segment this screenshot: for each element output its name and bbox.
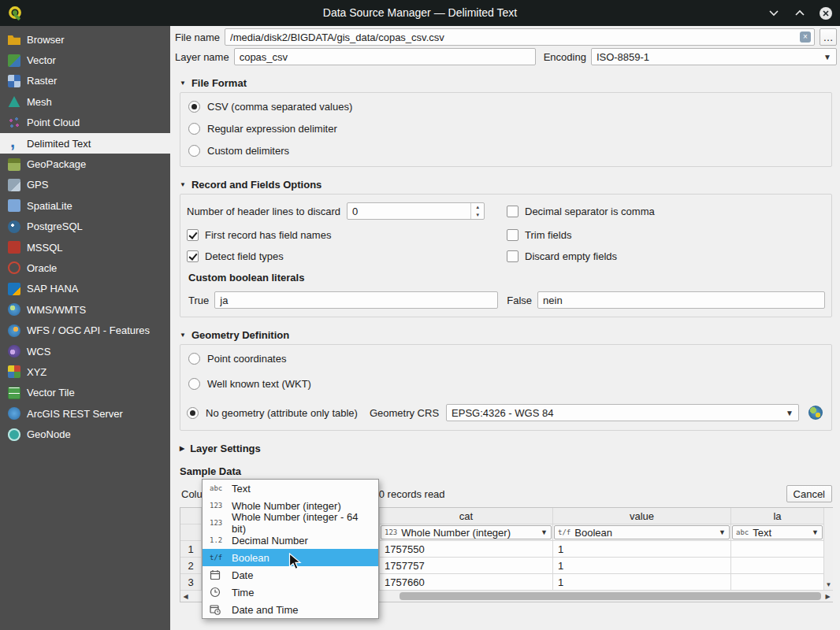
- sidebar-item-sap-hana[interactable]: SAP HANA: [0, 279, 170, 299]
- radio-regex-delimiter[interactable]: Regular expression delimiter: [188, 123, 825, 135]
- radio-csv[interactable]: CSV (comma separated values): [188, 101, 825, 113]
- sidebar-item-xyz[interactable]: XYZ: [0, 361, 170, 382]
- point-cloud-icon: [8, 117, 20, 129]
- checkbox-first-record[interactable]: First record has field names: [187, 229, 507, 241]
- sidebar-item-oracle[interactable]: Oracle: [0, 258, 170, 278]
- sidebar-item-vector-tile[interactable]: Vector Tile: [0, 383, 170, 403]
- datetime-icon: [210, 604, 227, 615]
- menu-item-boolean[interactable]: t/f Boolean: [203, 549, 378, 566]
- file-name-input[interactable]: [225, 28, 815, 46]
- section-layer-settings[interactable]: ▶ Layer Settings: [180, 443, 834, 454]
- sidebar-item-vector[interactable]: Vector: [0, 50, 170, 70]
- header-lines-input[interactable]: [347, 202, 485, 220]
- sidebar-item-browser[interactable]: Browser: [0, 29, 170, 50]
- record-fields-groupbox: Number of header lines to discard ▲▼ Dec…: [180, 194, 832, 317]
- section-file-format[interactable]: ▼ File Format: [180, 77, 834, 89]
- sidebar-item-mesh[interactable]: Mesh: [0, 91, 170, 112]
- type-select-cat[interactable]: 123 Whole Number (integer) ▼: [381, 525, 552, 539]
- cancel-button[interactable]: Cancel: [786, 485, 832, 502]
- column-header-cat[interactable]: cat: [380, 508, 553, 524]
- sidebar-item-spatialite[interactable]: SpatiaLite: [0, 195, 170, 216]
- sidebar-item-label: WCS: [27, 346, 50, 358]
- sidebar-item-postgresql[interactable]: PostgreSQL: [0, 217, 170, 237]
- sidebar-item-raster[interactable]: Raster: [0, 71, 170, 91]
- radio-icon: [188, 101, 200, 113]
- header-lines-spinbox[interactable]: ▲▼: [347, 202, 485, 220]
- column-header-la[interactable]: la: [731, 508, 824, 524]
- radio-label: Well known text (WKT): [207, 378, 311, 390]
- sidebar-item-geopackage[interactable]: GeoPackage: [0, 154, 170, 174]
- close-icon[interactable]: [818, 6, 834, 21]
- sidebar-item-wcs[interactable]: WCS: [0, 341, 170, 361]
- checkbox-decimal-separator[interactable]: Decimal separator is comma: [507, 202, 825, 220]
- boolean-type-icon: t/f: [210, 554, 227, 561]
- geometry-crs-select[interactable]: EPSG:4326 - WGS 84 ▼: [446, 404, 799, 421]
- sample-data-title: Sample Data: [180, 465, 834, 477]
- false-literal-input[interactable]: [537, 291, 825, 309]
- sidebar-item-label: GeoPackage: [27, 158, 86, 170]
- radio-label: CSV (comma separated values): [207, 101, 352, 113]
- scroll-right-arrow-icon[interactable]: ▶: [823, 591, 833, 602]
- checkbox-detect-field-types[interactable]: Detect field types: [187, 250, 507, 262]
- sidebar-item-point-cloud[interactable]: Point Cloud: [0, 113, 170, 133]
- radio-no-geometry[interactable]: No geometry (attribute only table): [206, 407, 358, 419]
- sidebar-item-geonode[interactable]: GeoNode: [0, 424, 170, 444]
- sidebar-item-label: Vector: [27, 54, 56, 66]
- checkbox-discard-empty[interactable]: Discard empty fields: [507, 250, 825, 262]
- type-select-la[interactable]: abc Text ▼: [732, 525, 823, 539]
- checkbox-icon: [507, 206, 518, 217]
- menu-item-label: Time: [232, 587, 254, 598]
- menu-item-time[interactable]: Time: [203, 584, 378, 601]
- radio-wkt[interactable]: Well known text (WKT): [188, 378, 825, 390]
- radio-custom-delimiters[interactable]: Custom delimiters: [188, 145, 825, 157]
- checkbox-icon: [507, 229, 518, 241]
- true-literal-input[interactable]: [214, 291, 498, 309]
- sidebar-item-mssql[interactable]: MSSQL: [0, 237, 170, 258]
- spinner-arrows-icon[interactable]: ▲▼: [470, 203, 484, 219]
- column-header-value[interactable]: value: [553, 508, 731, 524]
- radio-icon: [188, 353, 200, 365]
- scroll-down-arrow-icon[interactable]: ▼: [826, 581, 832, 588]
- shade-chevron-down-icon[interactable]: [766, 6, 782, 21]
- sidebar-item-wfs-ogc-api[interactable]: WFS / OGC API - Features: [0, 320, 170, 340]
- sidebar-item-label: Browser: [27, 34, 65, 46]
- menu-item-whole-number-64[interactable]: 123 Whole Number (integer - 64 bit): [203, 514, 378, 532]
- sidebar-item-arcgis-rest[interactable]: ArcGIS REST Server: [0, 403, 170, 424]
- vertical-scrollbar[interactable]: ▼: [824, 508, 833, 591]
- integer-type-icon: 123: [210, 502, 227, 510]
- section-geometry-definition[interactable]: ▼ Geometry Definition: [180, 329, 834, 341]
- window-title: Data Source Manager — Delimited Text: [0, 0, 840, 26]
- scrollbar-handle[interactable]: [400, 592, 821, 600]
- section-title: Layer Settings: [190, 443, 261, 454]
- radio-point-coordinates[interactable]: Point coordinates: [188, 353, 825, 365]
- sidebar-item-label: Mesh: [27, 96, 52, 108]
- scroll-left-arrow-icon[interactable]: ◀: [180, 591, 191, 602]
- spatialite-icon: [8, 199, 20, 212]
- browse-button[interactable]: …: [820, 28, 837, 46]
- sidebar-item-wms-wmts[interactable]: WMS/WMTS: [0, 299, 170, 320]
- maximize-chevron-up-icon[interactable]: [792, 6, 808, 21]
- menu-item-date[interactable]: Date: [203, 566, 378, 584]
- checkbox-trim-fields[interactable]: Trim fields: [507, 229, 825, 241]
- file-name-label: File name: [175, 32, 220, 43]
- menu-item-date-and-time[interactable]: Date and Time: [203, 601, 378, 618]
- type-selector-cell: 123 Whole Number (integer) ▼: [380, 524, 553, 541]
- table-cell-value: 1: [553, 541, 731, 558]
- sidebar-item-label: MSSQL: [27, 242, 63, 254]
- sidebar-item-gps[interactable]: GPS: [0, 175, 170, 195]
- encoding-select[interactable]: ISO-8859-1 ▼: [591, 48, 837, 65]
- postgresql-icon: [8, 220, 20, 233]
- clear-input-icon[interactable]: ×: [800, 32, 811, 43]
- sidebar-item-delimited-text[interactable]: Delimited Text: [0, 133, 170, 154]
- type-select-value-col[interactable]: t/f Boolean ▼: [554, 525, 730, 539]
- text-type-icon: abc: [736, 528, 749, 536]
- section-record-fields[interactable]: ▼ Record and Fields Options: [180, 179, 834, 191]
- checkbox-icon: [507, 250, 518, 262]
- select-crs-button[interactable]: [806, 403, 825, 422]
- layer-name-input[interactable]: [234, 48, 536, 65]
- section-title: Geometry Definition: [191, 329, 289, 341]
- checkbox-label: Trim fields: [525, 229, 571, 241]
- xyz-tiles-icon: [8, 365, 20, 378]
- menu-item-text[interactable]: abc Text: [203, 480, 378, 497]
- radio-icon: [188, 378, 200, 390]
